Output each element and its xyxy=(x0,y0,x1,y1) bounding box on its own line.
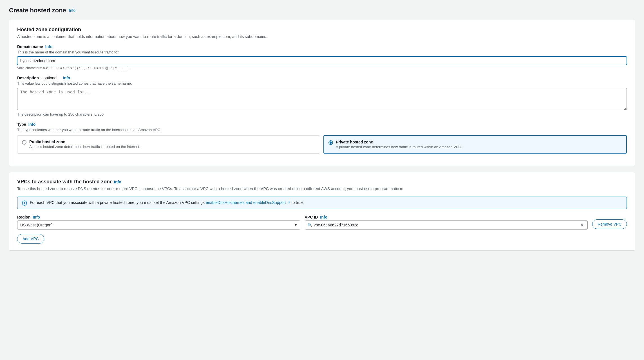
vpc-id-field: VPC ID Info 🔍 ✕ xyxy=(305,215,588,230)
public-radio-desc: A public hosted zone determines how traf… xyxy=(29,145,140,149)
description-info-link[interactable]: Info xyxy=(63,76,70,80)
vpc-id-search-wrapper: 🔍 ✕ xyxy=(305,220,588,230)
private-radio-button[interactable] xyxy=(328,140,333,145)
type-info-link[interactable]: Info xyxy=(28,122,36,127)
private-hosted-zone-option[interactable]: Private hosted zone A private hosted zon… xyxy=(323,135,627,154)
type-radio-group: Public hosted zone A public hosted zone … xyxy=(17,135,627,154)
vpc-id-clear-button[interactable]: ✕ xyxy=(579,222,585,228)
type-sublabel: The type indicates whether you want to r… xyxy=(17,128,627,132)
public-radio-label: Public hosted zone xyxy=(29,140,140,144)
config-section-title: Hosted zone configuration xyxy=(17,27,627,33)
domain-name-label: Domain name Info xyxy=(17,44,627,49)
vpcs-info-box: i For each VPC that you associate with a… xyxy=(17,197,627,209)
config-section-desc: A hosted zone is a container that holds … xyxy=(17,34,627,39)
add-vpc-button[interactable]: Add VPC xyxy=(17,234,44,244)
type-group: Type Info The type indicates whether you… xyxy=(17,122,627,154)
public-hosted-zone-option[interactable]: Public hosted zone A public hosted zone … xyxy=(17,135,320,154)
enable-dns-link[interactable]: enableDnsHostnames and enableDnsSupport … xyxy=(206,200,290,205)
region-label: Region Info xyxy=(17,215,300,219)
remove-vpc-button[interactable]: Remove VPC xyxy=(592,219,627,229)
domain-name-info-link[interactable]: Info xyxy=(45,44,53,49)
vpc-id-info-link[interactable]: Info xyxy=(320,215,327,219)
hosted-zone-config-card: Hosted zone configuration A hosted zone … xyxy=(9,20,635,166)
search-icon: 🔍 xyxy=(307,223,312,227)
info-circle-icon: i xyxy=(22,201,27,206)
description-char-count: The description can have up to 256 chara… xyxy=(17,112,627,116)
description-sublabel: This value lets you distinguish hosted z… xyxy=(17,81,627,86)
vpc-row: Region Info US West (Oregon) ▼ VPC ID In… xyxy=(17,215,627,230)
type-label: Type Info xyxy=(17,122,627,127)
private-radio-desc: A private hosted zone determines how tra… xyxy=(336,145,462,149)
vpcs-info-link[interactable]: Info xyxy=(114,180,121,184)
vpcs-section-title: VPCs to associate with the hosted zone I… xyxy=(17,179,627,185)
region-select-wrapper: US West (Oregon) ▼ xyxy=(17,220,300,230)
description-label: Description - optional Info xyxy=(17,76,627,80)
remove-vpc-wrapper: Remove VPC xyxy=(592,219,627,230)
vpcs-card: VPCs to associate with the hosted zone I… xyxy=(9,172,635,251)
page-header: Create hosted zone Info xyxy=(9,7,635,14)
region-select[interactable]: US West (Oregon) xyxy=(17,220,300,230)
private-radio-label: Private hosted zone xyxy=(336,140,462,144)
domain-name-sublabel: This is the name of the domain that you … xyxy=(17,50,627,54)
domain-name-input[interactable] xyxy=(17,57,627,65)
vpc-id-input[interactable] xyxy=(314,221,578,229)
description-textarea[interactable] xyxy=(17,88,627,110)
vpc-id-label: VPC ID Info xyxy=(305,215,588,219)
public-radio-button[interactable] xyxy=(22,140,26,145)
region-info-link[interactable]: Info xyxy=(33,215,40,219)
vpcs-section-desc: To use this hosted zone to resolve DNS q… xyxy=(17,186,627,191)
description-group: Description - optional Info This value l… xyxy=(17,76,627,116)
page-title: Create hosted zone xyxy=(9,7,66,14)
domain-valid-chars: Valid characters: a-z, 0-9, ! " # $ % & … xyxy=(17,66,627,70)
page-info-link[interactable]: Info xyxy=(69,8,75,13)
domain-name-group: Domain name Info This is the name of the… xyxy=(17,44,627,70)
add-vpc-row: Add VPC xyxy=(17,234,627,244)
region-field: Region Info US West (Oregon) ▼ xyxy=(17,215,300,230)
